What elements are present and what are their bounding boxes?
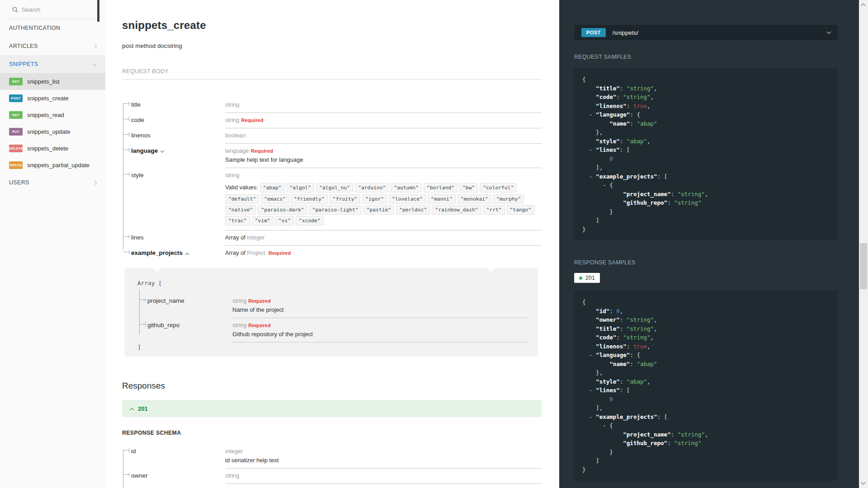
sidebar-item-snippets_read[interactable]: GETsnippets_read	[0, 107, 105, 123]
method-badge-post: POST	[9, 94, 23, 102]
field-row-example_projects: example_projectsArray of Project Require…	[131, 246, 542, 261]
tree-connector	[123, 102, 129, 106]
tree-connector	[139, 298, 146, 302]
field-name-owner: owner	[131, 469, 225, 484]
code-line: - {	[582, 421, 830, 430]
field-type: string	[225, 101, 542, 108]
array-close-bracket: ]	[137, 343, 529, 350]
method-badge-get: GET	[9, 111, 23, 119]
enum-value: "tango"	[507, 205, 535, 215]
field-row-title: titlestring	[131, 98, 542, 113]
enum-value: "trac"	[225, 216, 250, 225]
scroll-up-arrow-icon[interactable]	[861, 4, 866, 8]
field-name-title: title	[131, 484, 225, 488]
field-type: stringRequired	[225, 117, 542, 123]
response-sample-code[interactable]: { "id": 0, "owner": "string", "title": "…	[574, 291, 838, 481]
field-type: string	[225, 472, 542, 479]
field-name-linenos: linenos	[131, 128, 225, 144]
code-line: "id": 0,	[582, 307, 830, 316]
enum-value: "autumn"	[391, 183, 421, 192]
code-line: "linenos": true,	[582, 342, 830, 351]
chevron-right-icon	[93, 44, 97, 48]
field-meta-id: integerid serializer help text	[225, 444, 542, 469]
request-body-label: REQUEST BODY	[122, 68, 542, 80]
required-flag: Required	[269, 250, 291, 256]
enum-values: Valid values:"abap""algol""algol_nu""ard…	[225, 182, 542, 225]
endpoint-path: /snippets/	[613, 29, 639, 36]
code-line: ],	[582, 163, 830, 172]
code-line: {	[582, 75, 830, 84]
field-name-style: style	[131, 168, 225, 230]
sidebar-item-snippets_partial_update[interactable]: PATCHsnippets_partial_update	[0, 157, 105, 174]
field-description: id serializer help text	[225, 457, 542, 464]
field-name-id: id	[131, 444, 225, 469]
main-content: snippets_create post method docstring RE…	[105, 0, 559, 488]
code-line: {	[582, 298, 830, 307]
enum-value: "monokai"	[458, 194, 491, 204]
field-meta-owner: string	[225, 469, 542, 484]
sidebar-item-snippets_create[interactable]: POSTsnippets_create	[0, 90, 105, 107]
group-label: SNIPPETS	[9, 61, 38, 67]
search-icon	[12, 7, 18, 13]
sidebar-group-authentication[interactable]: AUTHENTICATION	[0, 19, 105, 37]
enum-value: "igor"	[362, 194, 387, 204]
enum-value: "pastie"	[363, 205, 394, 215]
tree-connector	[123, 148, 129, 152]
chevron-right-icon	[93, 180, 97, 185]
page-scrollbar[interactable]	[859, 0, 868, 488]
method-badge-patch: PATCH	[9, 161, 23, 169]
page-title: snippets_create	[122, 19, 542, 32]
response-201-banner[interactable]: 201	[122, 400, 542, 417]
sidebar-scrollbar-thumb[interactable]	[97, 0, 99, 22]
code-line: "style": "abap",	[582, 137, 830, 146]
field-type: Array of integer	[225, 234, 542, 241]
sidebar-item-snippets_list[interactable]: GETsnippets_list	[0, 73, 105, 90]
request-sample-code[interactable]: { "title": "string", "code": "string", "…	[574, 68, 838, 240]
endpoint-dropdown[interactable]: POST /snippets/	[574, 25, 838, 40]
enum-value: "paraiso-light"	[309, 205, 362, 215]
field-name-title: title	[131, 98, 225, 113]
field-meta-style: stringValid values:"abap""algol""algol_n…	[225, 168, 542, 230]
field-name-language[interactable]: language	[131, 144, 225, 168]
code-line: "owner": "string",	[582, 315, 830, 324]
operation-name: snippets_create	[27, 95, 69, 102]
array-item-fields: project_namestringRequiredName of the pr…	[138, 294, 529, 343]
scrollbar-thumb[interactable]	[860, 243, 867, 289]
tree-connector	[123, 132, 129, 136]
sidebar-group-users[interactable]: USERS	[0, 174, 105, 192]
enum-value: "native"	[225, 205, 256, 215]
code-line: ],	[582, 404, 830, 413]
field-type: boolean	[225, 132, 542, 139]
code-line: }	[582, 225, 830, 234]
scroll-down-arrow-icon[interactable]	[861, 480, 866, 485]
search-input[interactable]: Search	[6, 0, 99, 19]
code-line: 0	[582, 395, 830, 404]
code-line: "name": "abap"	[582, 119, 830, 128]
enum-value: "abap"	[260, 183, 285, 192]
sidebar-group-snippets[interactable]: SNIPPETS	[0, 55, 105, 73]
tree-connector	[123, 250, 129, 254]
enum-value: "algol"	[287, 183, 315, 192]
field-row-style: stylestringValid values:"abap""algol""al…	[131, 168, 542, 230]
field-meta-code: stringRequired	[225, 113, 542, 128]
field-name-example_projects[interactable]: example_projects	[131, 246, 225, 261]
enum-value: "vim"	[252, 216, 274, 225]
field-row-title: titlestring	[131, 484, 542, 488]
sidebar-item-snippets_delete[interactable]: DELETEsnippets_delete	[0, 140, 105, 157]
response-code: 201	[138, 405, 148, 412]
field-description: Github repository of the project	[232, 331, 529, 338]
operation-name: snippets_partial_update	[27, 162, 90, 169]
field-type: stringRequired	[232, 322, 529, 328]
required-flag: Required	[248, 323, 270, 328]
code-line: - "example_projects": [	[582, 172, 830, 181]
field-row-language: languagelanguageRequiredSample help text…	[131, 144, 542, 168]
enum-value: "colorful"	[480, 183, 517, 192]
sidebar-item-snippets_update[interactable]: PUTsnippets_update	[0, 123, 105, 140]
chevron-up-icon	[130, 408, 134, 412]
response-sample-201-tab[interactable]: 201	[574, 273, 600, 283]
field-name-code: code	[131, 113, 225, 128]
field-row-linenos: linenosboolean	[131, 128, 542, 144]
code-line: - "lines": [	[582, 145, 830, 155]
sidebar-group-articles[interactable]: ARTICLES	[0, 37, 105, 55]
method-badge-delete: DELETE	[9, 145, 23, 152]
